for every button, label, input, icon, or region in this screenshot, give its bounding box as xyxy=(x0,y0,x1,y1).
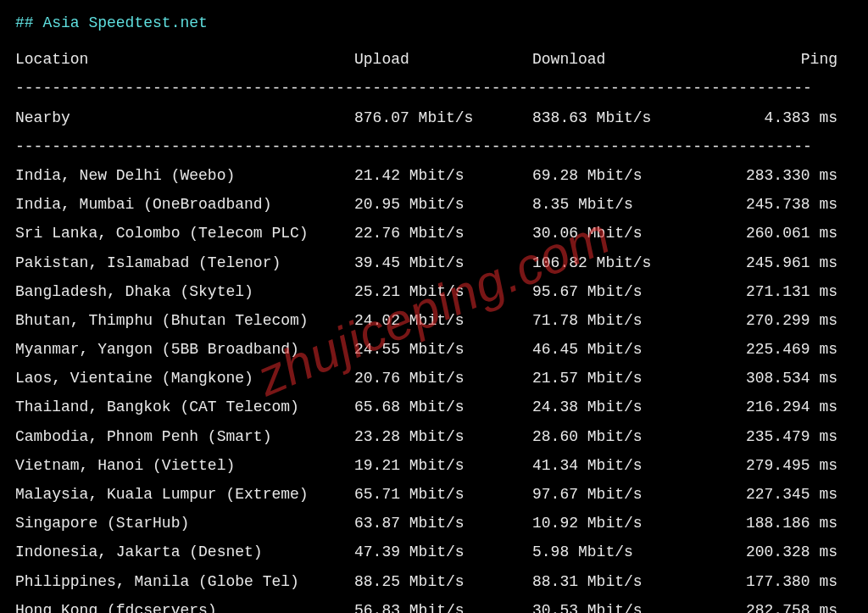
table-row: Sri Lanka, Colombo (Telecom PLC)22.76 Mb… xyxy=(15,219,853,248)
header-download: Download xyxy=(532,45,710,74)
cell-download: 8.35 Mbit/s xyxy=(532,190,710,219)
table-row: Hong Kong (fdcservers)56.83 Mbit/s30.53 … xyxy=(15,596,853,613)
cell-download: 28.60 Mbit/s xyxy=(532,422,710,451)
cell-download: 41.34 Mbit/s xyxy=(532,451,710,480)
cell-upload: 65.71 Mbit/s xyxy=(354,480,532,509)
cell-location: Laos, Vientaine (Mangkone) xyxy=(15,364,354,393)
cell-upload: 39.45 Mbit/s xyxy=(354,248,532,277)
header-upload: Upload xyxy=(354,45,532,74)
cell-download: 46.45 Mbit/s xyxy=(532,335,710,364)
table-row: Myanmar, Yangon (5BB Broadband)24.55 Mbi… xyxy=(15,335,853,364)
cell-download: 24.38 Mbit/s xyxy=(532,393,710,421)
cell-location: Philippines, Manila (Globe Tel) xyxy=(15,567,354,596)
divider: ----------------------------------------… xyxy=(15,74,853,103)
cell-ping: 270.299 ms xyxy=(710,306,837,335)
cell-location: Indonesia, Jakarta (Desnet) xyxy=(15,538,354,566)
cell-upload: 65.68 Mbit/s xyxy=(354,393,532,421)
cell-ping: 282.758 ms xyxy=(710,596,837,613)
cell-upload: 19.21 Mbit/s xyxy=(354,451,532,480)
nearby-row: Nearby 876.07 Mbit/s 838.63 Mbit/s 4.383… xyxy=(15,103,853,132)
cell-ping: 235.479 ms xyxy=(710,422,837,451)
table-row: Cambodia, Phnom Penh (Smart)23.28 Mbit/s… xyxy=(15,422,853,451)
cell-ping: 216.294 ms xyxy=(710,393,837,421)
cell-download: 95.67 Mbit/s xyxy=(532,277,710,306)
cell-upload: 20.76 Mbit/s xyxy=(354,364,532,393)
cell-location: Myanmar, Yangon (5BB Broadband) xyxy=(15,335,354,364)
cell-download: 88.31 Mbit/s xyxy=(532,567,710,596)
cell-ping: 200.328 ms xyxy=(710,538,837,566)
cell-upload: 47.39 Mbit/s xyxy=(354,538,532,566)
nearby-upload: 876.07 Mbit/s xyxy=(354,103,532,132)
header-row: Location Upload Download Ping xyxy=(15,45,853,74)
table-row: India, New Delhi (Weebo)21.42 Mbit/s69.2… xyxy=(15,161,853,190)
table-row: Philippines, Manila (Globe Tel)88.25 Mbi… xyxy=(15,567,853,596)
cell-ping: 245.738 ms xyxy=(710,190,837,219)
cell-location: India, New Delhi (Weebo) xyxy=(15,161,354,190)
table-row: Pakistan, Islamabad (Telenor)39.45 Mbit/… xyxy=(15,248,853,277)
cell-download: 21.57 Mbit/s xyxy=(532,364,710,393)
table-row: Indonesia, Jakarta (Desnet)47.39 Mbit/s5… xyxy=(15,538,853,566)
header-ping: Ping xyxy=(710,45,837,74)
cell-location: India, Mumbai (OneBroadband) xyxy=(15,190,354,219)
cell-ping: 245.961 ms xyxy=(710,248,837,277)
cell-download: 71.78 Mbit/s xyxy=(532,306,710,335)
rows-container: India, New Delhi (Weebo)21.42 Mbit/s69.2… xyxy=(15,161,853,613)
cell-upload: 25.21 Mbit/s xyxy=(354,277,532,306)
cell-upload: 88.25 Mbit/s xyxy=(354,567,532,596)
cell-upload: 56.83 Mbit/s xyxy=(354,596,532,613)
cell-ping: 271.131 ms xyxy=(710,277,837,306)
cell-location: Bangladesh, Dhaka (Skytel) xyxy=(15,277,354,306)
section-title: ## Asia Speedtest.net xyxy=(15,8,853,37)
cell-upload: 22.76 Mbit/s xyxy=(354,219,532,248)
cell-download: 30.53 Mbit/s xyxy=(532,596,710,613)
cell-download: 30.06 Mbit/s xyxy=(532,219,710,248)
cell-location: Singapore (StarHub) xyxy=(15,509,354,538)
cell-download: 106.82 Mbit/s xyxy=(532,248,710,277)
cell-ping: 279.495 ms xyxy=(710,451,837,480)
nearby-ping: 4.383 ms xyxy=(710,103,837,132)
table-row: Bhutan, Thimphu (Bhutan Telecom)24.02 Mb… xyxy=(15,306,853,335)
cell-upload: 24.55 Mbit/s xyxy=(354,335,532,364)
header-location: Location xyxy=(15,45,354,74)
divider: ----------------------------------------… xyxy=(15,132,853,161)
table-row: Singapore (StarHub)63.87 Mbit/s10.92 Mbi… xyxy=(15,509,853,538)
table-row: Malaysia, Kuala Lumpur (Extreme)65.71 Mb… xyxy=(15,480,853,509)
cell-download: 10.92 Mbit/s xyxy=(532,509,710,538)
table-row: Thailand, Bangkok (CAT Telecom)65.68 Mbi… xyxy=(15,393,853,421)
cell-location: Thailand, Bangkok (CAT Telecom) xyxy=(15,393,354,421)
cell-location: Sri Lanka, Colombo (Telecom PLC) xyxy=(15,219,354,248)
cell-upload: 63.87 Mbit/s xyxy=(354,509,532,538)
cell-upload: 20.95 Mbit/s xyxy=(354,190,532,219)
cell-ping: 188.186 ms xyxy=(710,509,837,538)
cell-upload: 21.42 Mbit/s xyxy=(354,161,532,190)
cell-location: Bhutan, Thimphu (Bhutan Telecom) xyxy=(15,306,354,335)
cell-ping: 283.330 ms xyxy=(710,161,837,190)
table-row: Laos, Vientaine (Mangkone)20.76 Mbit/s21… xyxy=(15,364,853,393)
cell-location: Malaysia, Kuala Lumpur (Extreme) xyxy=(15,480,354,509)
cell-download: 69.28 Mbit/s xyxy=(532,161,710,190)
cell-ping: 225.469 ms xyxy=(710,335,837,364)
cell-upload: 23.28 Mbit/s xyxy=(354,422,532,451)
nearby-download: 838.63 Mbit/s xyxy=(532,103,710,132)
cell-ping: 177.380 ms xyxy=(710,567,837,596)
table-row: India, Mumbai (OneBroadband)20.95 Mbit/s… xyxy=(15,190,853,219)
table-row: Bangladesh, Dhaka (Skytel)25.21 Mbit/s95… xyxy=(15,277,853,306)
cell-location: Vietnam, Hanoi (Viettel) xyxy=(15,451,354,480)
nearby-location: Nearby xyxy=(15,103,354,132)
cell-location: Pakistan, Islamabad (Telenor) xyxy=(15,248,354,277)
cell-ping: 260.061 ms xyxy=(710,219,837,248)
table-row: Vietnam, Hanoi (Viettel)19.21 Mbit/s41.3… xyxy=(15,451,853,480)
cell-download: 5.98 Mbit/s xyxy=(532,538,710,566)
cell-ping: 227.345 ms xyxy=(710,480,837,509)
cell-location: Cambodia, Phnom Penh (Smart) xyxy=(15,422,354,451)
cell-download: 97.67 Mbit/s xyxy=(532,480,710,509)
cell-upload: 24.02 Mbit/s xyxy=(354,306,532,335)
cell-ping: 308.534 ms xyxy=(710,364,837,393)
cell-location: Hong Kong (fdcservers) xyxy=(15,596,354,613)
